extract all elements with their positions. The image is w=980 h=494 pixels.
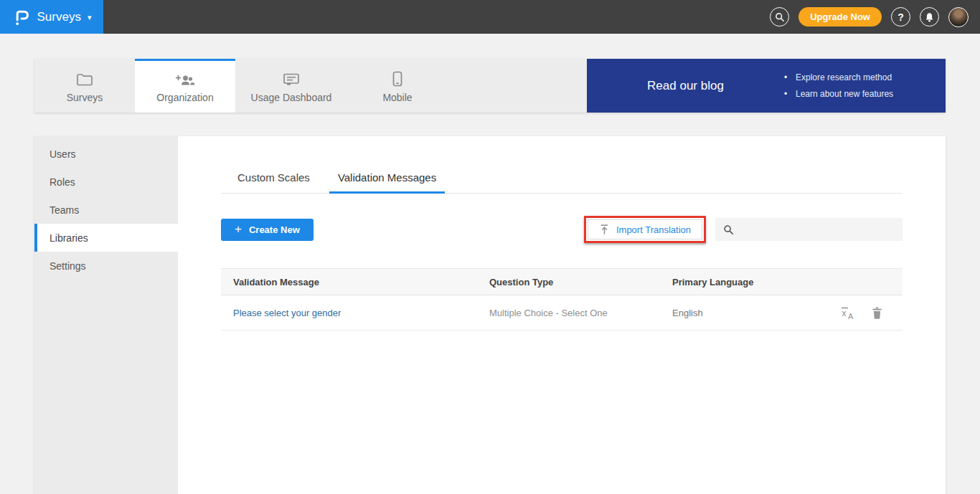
questionpro-logo-icon bbox=[12, 7, 31, 27]
highlight-annotation: Import Translation bbox=[584, 216, 706, 243]
module-card-organization[interactable]: Organization bbox=[135, 59, 235, 113]
main-panel: Users Roles Teams Libraries Settings Cus… bbox=[34, 136, 946, 494]
tab-custom-scales[interactable]: Custom Scales bbox=[229, 165, 319, 194]
search-icon bbox=[723, 224, 734, 235]
row-actions: x A bbox=[816, 306, 903, 320]
sidebar-item-roles[interactable]: Roles bbox=[34, 168, 178, 196]
import-translation-label: Import Translation bbox=[616, 224, 691, 235]
group-add-icon bbox=[175, 71, 195, 87]
chevron-down-icon: ▾ bbox=[88, 13, 92, 22]
blog-bullet: Learn about new features bbox=[784, 86, 946, 103]
validation-message-link[interactable]: Please select your gender bbox=[221, 308, 477, 318]
module-label: Organization bbox=[156, 92, 213, 103]
question-mark-icon: ? bbox=[897, 11, 904, 23]
column-header-question-type: Question Type bbox=[477, 277, 660, 288]
sidebar: Users Roles Teams Libraries Settings bbox=[34, 136, 178, 494]
table-row: Please select your gender Multiple Choic… bbox=[221, 295, 903, 331]
module-cards: Surveys Organization bbox=[34, 59, 587, 113]
svg-text:x: x bbox=[842, 308, 847, 318]
table-search bbox=[715, 218, 903, 241]
topbar: Surveys ▾ Upgrade Now ? bbox=[0, 0, 980, 34]
sidebar-item-users[interactable]: Users bbox=[34, 140, 178, 168]
translate-icon[interactable]: x A bbox=[840, 306, 855, 320]
tab-validation-messages[interactable]: Validation Messages bbox=[329, 165, 445, 194]
module-card-mobile[interactable]: Mobile bbox=[347, 59, 448, 113]
search-input[interactable] bbox=[734, 224, 903, 235]
mobile-icon bbox=[392, 71, 402, 87]
module-card-usage-dashboard[interactable]: Usage Dashboard bbox=[235, 59, 347, 113]
create-new-label: Create New bbox=[249, 224, 300, 235]
import-translation-button[interactable]: Import Translation bbox=[588, 219, 702, 239]
plus-icon: + bbox=[235, 222, 242, 237]
module-label: Usage Dashboard bbox=[251, 92, 332, 103]
column-header-primary-language: Primary Language bbox=[660, 277, 816, 288]
dashboard-icon bbox=[283, 71, 300, 87]
sidebar-item-settings[interactable]: Settings bbox=[34, 252, 178, 280]
module-nav: Surveys Organization bbox=[34, 59, 946, 113]
bell-icon bbox=[925, 12, 934, 22]
column-header-validation-message: Validation Message bbox=[221, 277, 477, 288]
sidebar-item-libraries[interactable]: Libraries bbox=[34, 224, 178, 252]
help-button[interactable]: ? bbox=[891, 7, 910, 27]
notifications-button[interactable] bbox=[920, 7, 939, 27]
folder-icon bbox=[76, 71, 93, 87]
user-avatar[interactable] bbox=[948, 7, 969, 27]
upgrade-now-button[interactable]: Upgrade Now bbox=[798, 7, 882, 27]
product-name: Surveys bbox=[37, 10, 81, 24]
topbar-actions: Upgrade Now ? bbox=[770, 7, 980, 27]
svg-text:A: A bbox=[848, 312, 854, 320]
table-header-row: Validation Message Question Type Primary… bbox=[221, 268, 903, 295]
search-icon bbox=[775, 12, 785, 22]
delete-icon[interactable] bbox=[872, 307, 882, 319]
validation-messages-table: Validation Message Question Type Primary… bbox=[221, 268, 903, 331]
tab-bar: Custom Scales Validation Messages bbox=[221, 165, 903, 194]
create-new-button[interactable]: + Create New bbox=[221, 219, 314, 241]
search-button[interactable] bbox=[770, 7, 789, 27]
module-card-surveys[interactable]: Surveys bbox=[34, 59, 135, 113]
upload-icon bbox=[599, 224, 610, 235]
module-label: Surveys bbox=[67, 92, 103, 103]
product-switcher[interactable]: Surveys ▾ bbox=[0, 0, 103, 34]
module-label: Mobile bbox=[382, 92, 412, 103]
blog-bullet-list: Explore research method Learn about new … bbox=[784, 70, 946, 103]
question-type-cell: Multiple Choice - Select One bbox=[477, 308, 660, 318]
sidebar-item-teams[interactable]: Teams bbox=[34, 196, 178, 224]
blog-bullet: Explore research method bbox=[784, 70, 946, 86]
primary-language-cell: English bbox=[660, 308, 816, 318]
blog-banner[interactable]: Read our blog Explore research method Le… bbox=[587, 59, 946, 113]
blog-title: Read our blog bbox=[587, 79, 784, 93]
toolbar: + Create New Import Translation bbox=[221, 216, 903, 243]
content-area: Custom Scales Validation Messages + Crea… bbox=[178, 136, 946, 494]
